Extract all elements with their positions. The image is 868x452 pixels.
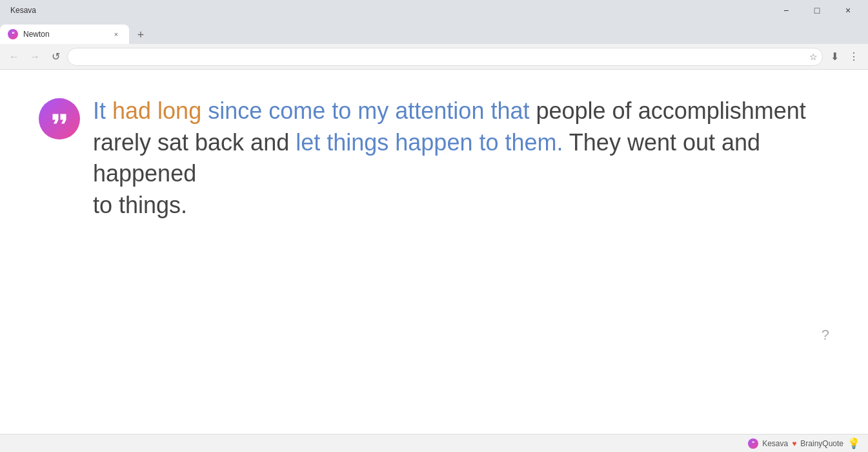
word-since: since (208, 98, 268, 124)
word-them: them. (505, 129, 569, 156)
back-button[interactable]: ← (5, 48, 23, 66)
page-content: It had long since come to my attention t… (0, 70, 868, 434)
help-button[interactable]: ? (822, 327, 829, 344)
window-controls: − □ × (771, 1, 863, 19)
word-they: They (569, 129, 627, 156)
word-sat: sat (157, 129, 195, 156)
quote-icon-row: It had long since come to my attention t… (39, 96, 829, 221)
word-attention: attention (395, 98, 490, 124)
status-bar: ❝ Kesava ♥ BrainyQuote 💡 (0, 434, 868, 452)
new-tab-button[interactable]: + (132, 26, 150, 44)
reload-button[interactable]: ↺ (46, 48, 65, 66)
word-it: It (93, 98, 112, 124)
tab-favicon-icon: ❝ (12, 31, 15, 37)
url-input[interactable] (67, 48, 823, 66)
tab-title: Newton (23, 30, 106, 39)
tab-favicon: ❝ (8, 29, 18, 39)
word-to2: to (479, 129, 505, 156)
omnibox-wrap: ☆ (67, 48, 823, 66)
word-back: back (195, 129, 250, 156)
maximize-button[interactable]: □ (802, 1, 832, 19)
more-button[interactable]: ⋮ (845, 48, 863, 66)
word-to3: to (93, 192, 119, 218)
quotemark-svg (48, 107, 71, 130)
active-tab[interactable]: ❝ Newton × (0, 25, 129, 44)
quote-container: It had long since come to my attention t… (0, 70, 868, 247)
app-name-label: Kesava (5, 6, 36, 15)
word-people: people (536, 98, 612, 124)
status-logo-icon: ❝ (752, 440, 754, 446)
status-brand-name: Kesava (762, 439, 788, 448)
word-to1: to (332, 98, 358, 124)
word-that: that (490, 98, 536, 124)
quote-icon (39, 98, 80, 139)
tab-close-button[interactable]: × (111, 29, 121, 39)
bookmark-icon[interactable]: ☆ (809, 52, 818, 62)
word-out: out (683, 129, 722, 156)
word-went: went (627, 129, 683, 156)
word-accomplishment: accomplishment (638, 98, 806, 124)
forward-button[interactable]: → (26, 48, 44, 66)
status-source-name: BrainyQuote (800, 439, 843, 448)
word-happened: happened (93, 160, 196, 187)
download-button[interactable]: ⬇ (825, 48, 843, 66)
word-rarely: rarely (93, 129, 157, 156)
minimize-button[interactable]: − (771, 1, 801, 19)
toolbar-right: ⬇ ⋮ (825, 48, 863, 66)
status-logo: ❝ (748, 438, 758, 449)
word-happen: happen (395, 129, 479, 156)
word-things2: things. (119, 192, 187, 218)
quote-text: It had long since come to my attention t… (93, 96, 829, 221)
close-button[interactable]: × (833, 1, 863, 19)
word-and2: and (722, 129, 760, 156)
word-and: and (250, 129, 296, 156)
lightbulb-icon: 💡 (847, 437, 860, 449)
word-long: long (157, 98, 208, 124)
word-of: of (612, 98, 638, 124)
word-things: things (327, 129, 395, 156)
title-bar: Kesava − □ × (0, 0, 868, 21)
word-let: let (296, 129, 327, 156)
word-come: come (268, 98, 332, 124)
tab-bar: ❝ Newton × + (0, 21, 868, 44)
word-my: my (358, 98, 395, 124)
status-heart-icon: ♥ (792, 439, 796, 448)
address-bar: ← → ↺ ☆ ⬇ ⋮ (0, 44, 868, 70)
word-had: had (112, 98, 157, 124)
